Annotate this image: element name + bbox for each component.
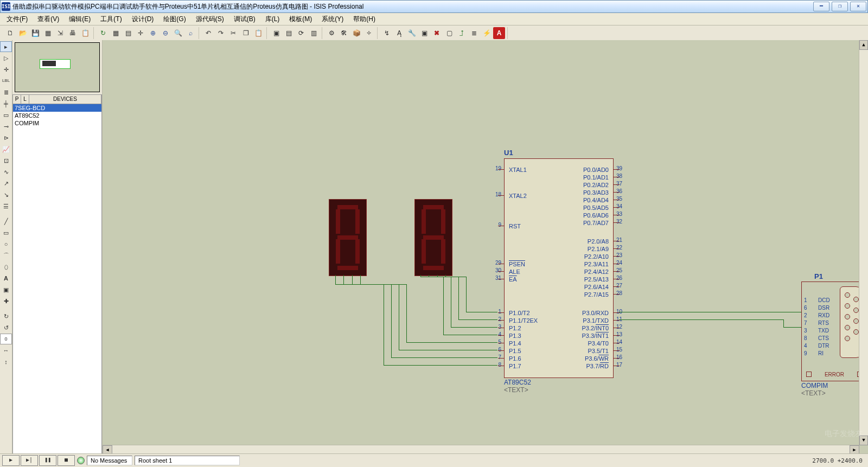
graph-icon[interactable]: 📈 xyxy=(0,144,12,155)
bus-tool-icon[interactable]: ╪ xyxy=(0,98,12,109)
device-list-item[interactable]: COMPIM xyxy=(13,119,101,127)
menu-item[interactable]: 帮助(H) xyxy=(349,14,380,25)
netlist-to-ares-icon[interactable]: A xyxy=(493,27,505,39)
text-2d-icon[interactable]: A xyxy=(0,273,12,284)
save-file-icon[interactable]: 💾 xyxy=(29,27,41,39)
l-button[interactable]: L xyxy=(21,95,29,104)
horizontal-scrollbar[interactable]: ◀ ▶ xyxy=(103,445,859,454)
probe-v-icon[interactable]: ↗ xyxy=(0,178,12,189)
stop-button[interactable]: ■ xyxy=(58,455,75,466)
circle-2d-icon[interactable]: ○ xyxy=(0,239,12,250)
block-move-icon[interactable]: ▤ xyxy=(283,27,295,39)
refresh-icon[interactable]: ↻ xyxy=(97,27,109,39)
marker-2d-icon[interactable]: ✚ xyxy=(0,296,12,306)
seven-seg-display-2[interactable] xyxy=(414,199,452,276)
scroll-up-icon[interactable]: ▲ xyxy=(859,40,868,50)
make-device-icon[interactable]: 🛠 xyxy=(338,27,350,39)
bill-of-materials-icon[interactable]: ≣ xyxy=(468,27,480,39)
zoom-in-icon[interactable]: ⊕ xyxy=(147,27,159,39)
menu-item[interactable]: 查看(V) xyxy=(33,14,63,25)
box-2d-icon[interactable]: ▭ xyxy=(0,227,12,238)
label-tool-icon[interactable]: LBL xyxy=(0,75,12,86)
flip-v-icon[interactable]: ↕ xyxy=(0,356,12,367)
device-list-item[interactable]: AT89C52 xyxy=(13,112,101,119)
section-icon[interactable]: ▦ xyxy=(42,27,54,39)
virtual-instrument-icon[interactable]: ☰ xyxy=(0,201,12,212)
status-messages[interactable]: No Messages xyxy=(87,456,132,465)
zoom-out-icon[interactable]: ⊖ xyxy=(159,27,171,39)
cut-icon[interactable]: ✂ xyxy=(227,27,239,39)
menu-item[interactable]: 文件(F) xyxy=(2,14,32,25)
maximize-button[interactable]: ❐ xyxy=(832,2,848,11)
redo-icon[interactable]: ↷ xyxy=(215,27,227,39)
print-icon[interactable]: 🖶 xyxy=(67,27,79,39)
scroll-left-icon[interactable]: ◀ xyxy=(103,445,112,454)
close-button[interactable]: ✕ xyxy=(850,2,866,11)
delete-sheet-icon[interactable]: ▢ xyxy=(443,27,455,39)
menu-item[interactable]: 系统(Y) xyxy=(317,14,348,25)
text-script-icon[interactable]: ≣ xyxy=(0,87,12,98)
exit-to-parent-icon[interactable]: ⮥ xyxy=(456,27,468,39)
status-sheet[interactable]: Root sheet 1 xyxy=(135,456,240,465)
new-file-icon[interactable]: 🗋 xyxy=(4,27,16,39)
seven-seg-display-1[interactable] xyxy=(329,199,367,276)
block-rotate-icon[interactable]: ⟳ xyxy=(295,27,307,39)
p1-component[interactable]: ERROR 1DCD6DSR2RXD7RTS3TXD8CTS4DTR9RI xyxy=(801,282,867,381)
step-button[interactable]: ▶| xyxy=(21,455,38,466)
search-text-icon[interactable]: Ą xyxy=(393,27,405,39)
symbol-2d-icon[interactable]: ▣ xyxy=(0,284,12,295)
block-copy-icon[interactable]: ▣ xyxy=(270,27,282,39)
play-button[interactable]: ▶ xyxy=(2,455,20,466)
vertical-scrollbar[interactable]: ▲ ▼ xyxy=(859,40,868,445)
block-delete-icon[interactable]: ▥ xyxy=(308,27,320,39)
property-icon[interactable]: 🔧 xyxy=(406,27,418,39)
path-2d-icon[interactable]: ⬯ xyxy=(0,261,12,272)
center-icon[interactable]: ✛ xyxy=(135,27,146,39)
overview-window[interactable] xyxy=(15,42,100,92)
scroll-right-icon[interactable]: ▶ xyxy=(850,445,859,454)
design-explorer-icon[interactable]: ▣ xyxy=(418,27,430,39)
menu-item[interactable]: 编辑(E) xyxy=(65,14,95,25)
zoom-fit-icon[interactable]: 🔍 xyxy=(172,27,184,39)
probe-i-icon[interactable]: ↘ xyxy=(0,189,12,200)
zoom-area-icon[interactable]: ⌕ xyxy=(184,27,196,39)
pick-device-icon[interactable]: ⚙ xyxy=(326,27,337,39)
clipboard-icon[interactable]: 📋 xyxy=(79,27,91,39)
device-list[interactable]: 7SEG-BCDAT89C52COMPIM xyxy=(12,104,102,454)
arc-2d-icon[interactable]: ⌒ xyxy=(0,250,12,261)
rotate-cw-icon[interactable]: ↻ xyxy=(0,311,12,322)
decompose-icon[interactable]: ✧ xyxy=(363,27,375,39)
menu-item[interactable]: 库(L) xyxy=(261,14,284,25)
p-button[interactable]: P xyxy=(13,95,21,104)
menu-item[interactable]: 源代码(S) xyxy=(192,14,228,25)
generator-icon[interactable]: ∿ xyxy=(0,167,12,177)
scroll-down-icon[interactable]: ▼ xyxy=(859,436,868,445)
flip-h-icon[interactable]: ↔ xyxy=(0,345,12,356)
electrical-check-icon[interactable]: ⚡ xyxy=(481,27,493,39)
menu-item[interactable]: 工具(T) xyxy=(96,14,126,25)
junction-tool-icon[interactable]: ✛ xyxy=(0,64,12,75)
open-file-icon[interactable]: 📂 xyxy=(17,27,29,39)
device-pin-icon[interactable]: ⊳ xyxy=(0,132,12,143)
selection-tool-icon[interactable]: ▸ xyxy=(0,41,12,52)
menu-item[interactable]: 绘图(G) xyxy=(159,14,190,25)
undo-icon[interactable]: ↶ xyxy=(202,27,214,39)
rotate-ccw-icon[interactable]: ↺ xyxy=(0,322,12,333)
device-list-item[interactable]: 7SEG-BCD xyxy=(13,104,101,112)
pause-button[interactable]: ❚❚ xyxy=(39,455,56,466)
copy-icon[interactable]: ❐ xyxy=(240,27,252,39)
subcircuit-icon[interactable]: ▭ xyxy=(0,110,12,120)
packaging-icon[interactable]: 📦 xyxy=(350,27,362,39)
component-tool-icon[interactable]: ▷ xyxy=(0,53,12,63)
u1-component[interactable]: 19XTAL118XTAL29RST29PSEN30ALE31EA1P1.0/T… xyxy=(504,158,614,378)
new-sheet-icon[interactable]: ✖ xyxy=(431,27,443,39)
grid-icon[interactable]: ▦ xyxy=(110,27,122,39)
minimize-button[interactable]: ━ xyxy=(813,2,829,11)
terminal-icon[interactable]: ⊸ xyxy=(0,121,12,132)
tape-icon[interactable]: ⊡ xyxy=(0,155,12,166)
menu-item[interactable]: 调试(B) xyxy=(229,14,260,25)
import-icon[interactable]: ⇲ xyxy=(54,27,66,39)
menu-item[interactable]: 设计(D) xyxy=(127,14,158,25)
menu-item[interactable]: 模板(M) xyxy=(285,14,316,25)
toggle-wire-icon[interactable]: ↯ xyxy=(381,27,393,39)
